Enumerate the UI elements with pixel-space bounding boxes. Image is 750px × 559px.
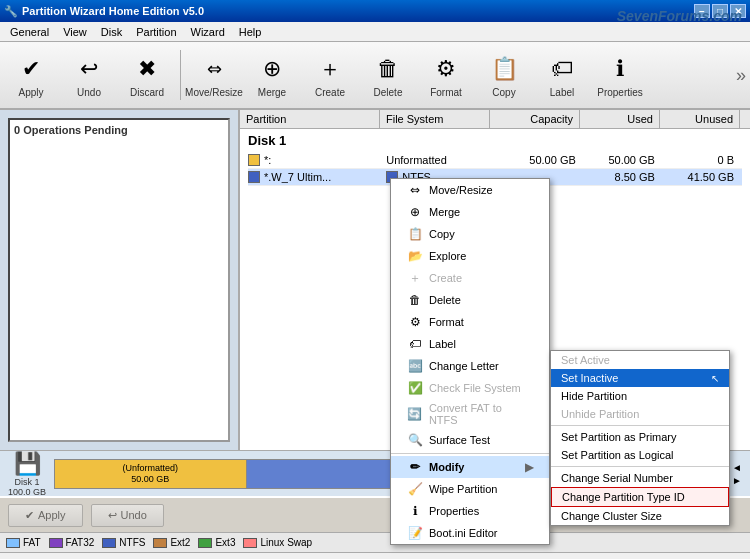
ctx-copy-label: Copy xyxy=(429,228,455,240)
menu-partition[interactable]: Partition xyxy=(130,24,182,40)
undo-button[interactable]: ↩ Undo xyxy=(91,504,164,527)
ctx-bootini-label: Boot.ini Editor xyxy=(429,527,497,539)
toolbar-create[interactable]: ＋ Create xyxy=(303,45,357,105)
menu-general[interactable]: General xyxy=(4,24,55,40)
close-button[interactable]: ✕ xyxy=(730,4,746,18)
apply-button[interactable]: ✔ Apply xyxy=(8,504,83,527)
ext3-color-box xyxy=(198,538,212,548)
ntfs-color-box xyxy=(102,538,116,548)
toolbar-more[interactable]: » xyxy=(736,65,746,86)
row2-partition: *.W_7 Ultim... xyxy=(248,171,386,183)
toolbar-sep-1 xyxy=(180,50,181,100)
menu-wizard[interactable]: Wizard xyxy=(185,24,231,40)
toolbar-merge[interactable]: ⊕ Merge xyxy=(245,45,299,105)
ctx-wipe-icon: 🧹 xyxy=(407,481,423,497)
toolbar-copy[interactable]: 📋 Copy xyxy=(477,45,531,105)
toolbar-undo[interactable]: ↩ Undo xyxy=(62,45,116,105)
ctx-format-icon: ⚙ xyxy=(407,314,423,330)
sub-change-cluster-label: Change Cluster Size xyxy=(561,510,662,522)
title-controls[interactable]: − □ ✕ xyxy=(694,4,746,18)
toolbar-move-resize[interactable]: ⇔ Move/Resize xyxy=(187,45,241,105)
ctx-wipe[interactable]: 🧹 Wipe Partition xyxy=(391,478,549,500)
ctx-explore[interactable]: 📂 Explore xyxy=(391,245,549,267)
ext2-color-box xyxy=(153,538,167,548)
apply-icon: ✔ xyxy=(15,53,47,85)
cursor-indicator: ↖ xyxy=(711,373,719,384)
disk-seg-unformat[interactable]: (Unformatted)50.00 GB xyxy=(55,460,247,488)
ctx-modify[interactable]: ✏ Modify ▶ xyxy=(391,456,549,478)
sub-change-serial[interactable]: Change Serial Number xyxy=(551,469,729,487)
row2-unused: 41.50 GB xyxy=(663,171,742,183)
fat-color-box xyxy=(6,538,20,548)
apply-label: Apply xyxy=(18,87,43,98)
ctx-properties[interactable]: ℹ Properties xyxy=(391,500,549,522)
partition-table-header: Partition File System Capacity Used Unus… xyxy=(240,110,750,129)
sub-set-active: Set Active xyxy=(551,351,729,369)
header-capacity: Capacity xyxy=(490,110,580,128)
minimize-button[interactable]: − xyxy=(694,4,710,18)
ctx-copy[interactable]: 📋 Copy xyxy=(391,223,549,245)
ctx-label[interactable]: 🏷 Label xyxy=(391,333,549,355)
menu-help[interactable]: Help xyxy=(233,24,268,40)
ctx-change-letter-icon: 🔤 xyxy=(407,358,423,374)
ctx-change-letter[interactable]: 🔤 Change Letter xyxy=(391,355,549,377)
merge-label: Merge xyxy=(258,87,286,98)
app-icon: 🔧 xyxy=(4,5,18,18)
sub-change-type-id[interactable]: Change Partition Type ID xyxy=(551,487,729,507)
ext2-label: Ext2 xyxy=(170,537,190,548)
table-row[interactable]: *: Unformatted 50.00 GB 50.00 GB 0 B xyxy=(248,152,742,169)
ctx-wipe-label: Wipe Partition xyxy=(429,483,497,495)
copy-label: Copy xyxy=(492,87,515,98)
header-used: Used xyxy=(580,110,660,128)
toolbar-apply[interactable]: ✔ Apply xyxy=(4,45,58,105)
sub-change-serial-label: Change Serial Number xyxy=(561,472,673,484)
header-partition: Partition xyxy=(240,110,380,128)
menu-view[interactable]: View xyxy=(57,24,93,40)
ctx-surface-test[interactable]: 🔍 Surface Test xyxy=(391,429,549,451)
menu-disk[interactable]: Disk xyxy=(95,24,128,40)
scroll-right[interactable]: ► xyxy=(732,475,742,486)
sub-change-cluster[interactable]: Change Cluster Size xyxy=(551,507,729,525)
ctx-format[interactable]: ⚙ Format xyxy=(391,311,549,333)
legend-ext3: Ext3 xyxy=(198,537,235,548)
row2-color xyxy=(248,171,260,183)
title-text: 🔧 Partition Wizard Home Edition v5.0 xyxy=(4,5,204,18)
toolbar-delete[interactable]: 🗑 Delete xyxy=(361,45,415,105)
sub-set-logical-label: Set Partition as Logical xyxy=(561,449,674,461)
sub-set-primary[interactable]: Set Partition as Primary xyxy=(551,428,729,446)
sub-unhide-partition-label: Unhide Partition xyxy=(561,408,639,420)
toolbar-format[interactable]: ⚙ Format xyxy=(419,45,473,105)
ctx-explore-icon: 📂 xyxy=(407,248,423,264)
row1-unused: 0 B xyxy=(663,154,742,166)
sub-set-primary-label: Set Partition as Primary xyxy=(561,431,677,443)
sub-set-inactive[interactable]: Set Inactive ↖ xyxy=(551,369,729,387)
ctx-merge-icon: ⊕ xyxy=(407,204,423,220)
toolbar-properties[interactable]: ℹ Properties xyxy=(593,45,647,105)
ctx-sep-1 xyxy=(391,453,549,454)
sub-hide-partition[interactable]: Hide Partition xyxy=(551,387,729,405)
row1-partition: *: xyxy=(248,154,386,166)
toolbar-discard[interactable]: ✖ Discard xyxy=(120,45,174,105)
toolbar-label[interactable]: 🏷 Label xyxy=(535,45,589,105)
sub-sep-2 xyxy=(551,466,729,467)
row2-used: 8.50 GB xyxy=(584,171,663,183)
legend-bar: FAT FAT32 NTFS Ext2 Ext3 Linux Swap xyxy=(0,532,750,552)
row1-capacity: 50.00 GB xyxy=(495,154,584,166)
ctx-delete[interactable]: 🗑 Delete xyxy=(391,289,549,311)
maximize-button[interactable]: □ xyxy=(712,4,728,18)
undo-icon: ↩ xyxy=(73,53,105,85)
ctx-surface-test-icon: 🔍 xyxy=(407,432,423,448)
apply-icon-btn: ✔ xyxy=(25,509,34,522)
left-panel: 0 Operations Pending xyxy=(0,110,240,450)
ctx-merge[interactable]: ⊕ Merge xyxy=(391,201,549,223)
ctx-copy-icon: 📋 xyxy=(407,226,423,242)
move-resize-label: Move/Resize xyxy=(185,87,243,98)
submenu: Set Active Set Inactive ↖ Hide Partition… xyxy=(550,350,730,526)
ctx-bootini[interactable]: 📝 Boot.ini Editor xyxy=(391,522,549,544)
disk-icon: 💾 Disk 1 100.0 GB xyxy=(8,451,46,497)
scroll-left[interactable]: ◄ xyxy=(732,462,742,473)
ctx-move-resize[interactable]: ⇔ Move/Resize xyxy=(391,179,549,201)
sub-set-logical[interactable]: Set Partition as Logical xyxy=(551,446,729,464)
toolbar: ✔ Apply ↩ Undo ✖ Discard ⇔ Move/Resize ⊕… xyxy=(0,42,750,110)
ctx-merge-label: Merge xyxy=(429,206,460,218)
